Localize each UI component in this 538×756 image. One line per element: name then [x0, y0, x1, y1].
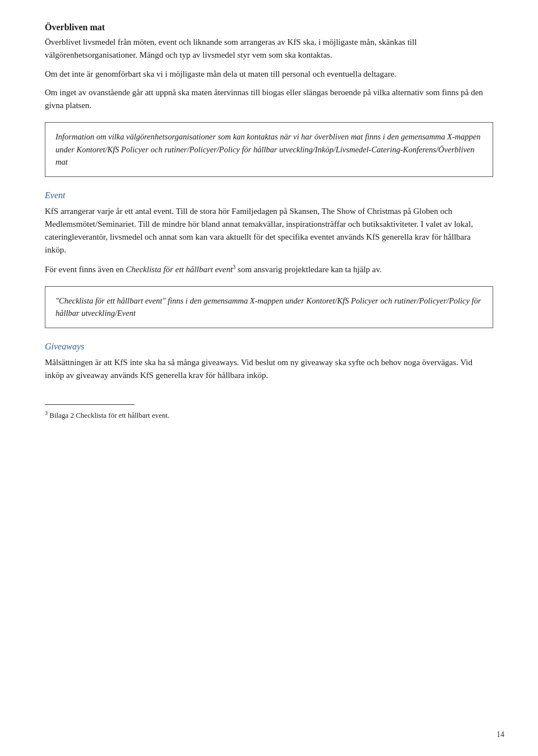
page-number: 14 [497, 730, 504, 739]
footnote-divider [45, 404, 134, 405]
overbliven-mat-section: Överbliven mat Överblivet livsmedel från… [45, 22, 493, 177]
event-info-text: "Checklista för ett hållbart event" finn… [55, 296, 481, 318]
giveaways-section: Giveaways Målsättningen är att KfS inte … [45, 342, 493, 382]
overbliven-mat-para1: Överblivet livsmedel från möten, event o… [45, 36, 493, 62]
event-para1: KfS arrangerar varje år ett antal event.… [45, 205, 493, 257]
event-section: Event KfS arrangerar varje år ett antal … [45, 190, 493, 328]
event-info-box: "Checklista för ett hållbart event" finn… [45, 286, 493, 328]
giveaways-heading: Giveaways [45, 342, 493, 352]
overbliven-mat-para3: Om inget av ovanstående går att uppnå sk… [45, 86, 493, 113]
overbliven-mat-heading: Överbliven mat [45, 22, 493, 32]
overbliven-mat-para2: Om det inte är genomförbart ska vi i möj… [45, 68, 493, 81]
footnote-number: 3 [45, 410, 48, 416]
footnote: 3 Bilaga 2 Checklista för ett hållbart e… [45, 409, 493, 421]
event-para2: För event finns även en Checklista för e… [45, 263, 493, 276]
event-para2-start: För event finns även en [45, 265, 126, 274]
giveaways-para1: Målsättningen är att KfS inte ska ha så … [45, 356, 493, 382]
event-para2-italic: Checklista för ett hållbart event [126, 265, 233, 274]
overbliven-mat-info-text: Information om vilka välgörenhetsorganis… [55, 132, 480, 166]
event-heading: Event [45, 190, 493, 200]
overbliven-mat-info-box: Information om vilka välgörenhetsorganis… [45, 122, 493, 176]
footnote-text: Bilaga 2 Checklista för ett hållbart eve… [49, 412, 169, 420]
event-para2-end: som ansvarig projektledare kan ta hjälp … [235, 265, 382, 274]
